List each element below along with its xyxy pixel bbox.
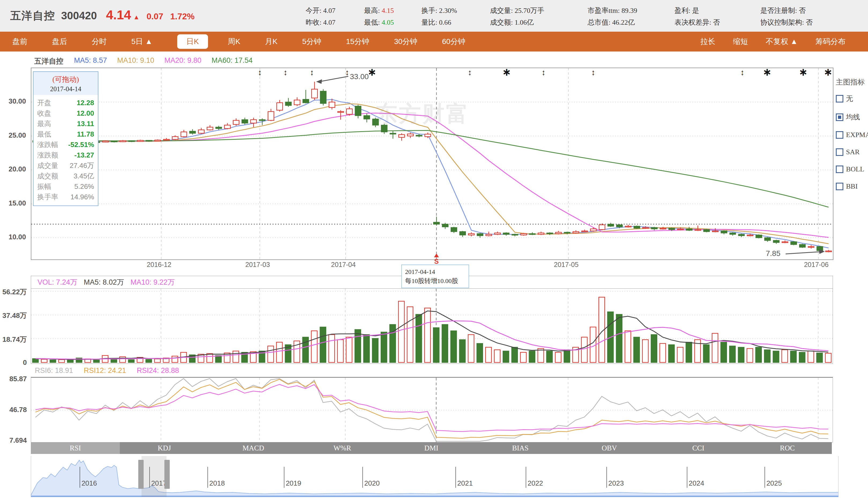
- checkbox-checked-mark: [838, 115, 841, 119]
- timeline-navigator[interactable]: 2016201720182019202020212022202320242025: [31, 456, 839, 497]
- indicator-option-无[interactable]: 无: [836, 94, 868, 103]
- period-tab-盘前[interactable]: 盘前: [12, 36, 27, 47]
- indicator-tab-KDJ[interactable]: KDJ: [120, 442, 209, 454]
- navigator-year-2021: 2021: [457, 479, 473, 487]
- period-tab-盘后[interactable]: 盘后: [52, 36, 67, 47]
- volume-legend-item: MA5: 8.02万: [84, 277, 124, 287]
- toolbar-actions: 拉长缩短不复权 ▲筹码分布: [683, 36, 846, 47]
- period-tab-5分钟[interactable]: 5分钟: [302, 36, 322, 47]
- toolbar-action-筹码分布[interactable]: 筹码分布: [816, 36, 845, 47]
- indicator-option-label: BOLL: [846, 165, 864, 173]
- volume-tick-37.48万: 37.48万: [0, 311, 27, 320]
- checkbox-icon[interactable]: [836, 113, 843, 121]
- main-chart-legend: 五洋自控 MA5: 8.57MA10: 9.10MA20: 9.80MA60: …: [34, 56, 273, 66]
- checkbox-icon[interactable]: [836, 95, 843, 102]
- period-tab-5日 ▲[interactable]: 5日 ▲: [131, 36, 152, 47]
- indicator-option-label: BBI: [846, 182, 857, 191]
- price-change: 0.07: [147, 12, 163, 22]
- sidebar-title: 主图指标: [836, 77, 868, 87]
- indicator-option-BOLL[interactable]: BOLL: [836, 165, 868, 173]
- indicator-tab-ROC[interactable]: ROC: [743, 442, 832, 454]
- volume-pane[interactable]: VOL: 7.24万MA5: 8.02万MA10: 9.22万: [31, 276, 833, 364]
- indicator-tab-BIAS[interactable]: BIAS: [476, 442, 565, 454]
- ma60-line: [36, 130, 829, 207]
- indicator-tab-OBV[interactable]: OBV: [565, 442, 654, 454]
- event-marker-star-icon: ∗: [799, 66, 808, 78]
- indicator-tab-CCI[interactable]: CCI: [654, 442, 743, 454]
- navigator-year-2022: 2022: [528, 479, 543, 487]
- date-tick-2016-12: 2016-12: [147, 261, 171, 269]
- indicator-tab-MACD[interactable]: MACD: [209, 442, 298, 454]
- period-tab-30分钟[interactable]: 30分钟: [394, 36, 417, 47]
- indicator-option-label: SAR: [846, 148, 860, 156]
- period-tab-周K[interactable]: 周K: [228, 36, 240, 47]
- checkbox-icon[interactable]: [836, 131, 843, 139]
- rsi-legend: RSI6: 18.91RSI12: 24.21RSI24: 28.88: [35, 366, 190, 375]
- toolbar-action-拉长[interactable]: 拉长: [701, 36, 716, 47]
- rsi-legend-item: RSI6: 18.91: [35, 366, 73, 375]
- ma-legend-item: MA20: 9.80: [164, 56, 201, 66]
- stock-chart-app: 五洋自控 300420 4.14 ▲ 0.07 1.72% 今开: 4.07昨收…: [0, 0, 868, 499]
- candlestick-plot[interactable]: ↕↕↕↕∗↕∗↕↕↕∗∗∗33.007.85S: [31, 68, 833, 260]
- ma-legend-items: MA5: 8.57MA10: 9.10MA20: 9.80MA60: 17.54: [74, 56, 263, 66]
- date-tick-2017-05: 2017-05: [554, 261, 578, 269]
- stat-成交量: 成交量: 25.70万手: [490, 6, 544, 15]
- indicator-tab-DMI[interactable]: DMI: [387, 442, 476, 454]
- navigator-handle-left[interactable]: [138, 460, 144, 489]
- toolbar-action-不复权 ▲[interactable]: 不复权 ▲: [766, 36, 798, 47]
- stat-是否注册制: 是否注册制: 否: [760, 6, 806, 15]
- tooltip-row-涨跌幅: 涨跌幅-52.51%: [37, 139, 94, 150]
- period-tab-分时[interactable]: 分时: [92, 36, 107, 47]
- rsi-tick-85.87: 85.87: [0, 375, 27, 383]
- date-tick-2017-06: 2017-06: [804, 261, 829, 269]
- drag-hint: (可拖动): [34, 75, 98, 84]
- rsi-pane[interactable]: [31, 377, 833, 442]
- period-tab-60分钟[interactable]: 60分钟: [442, 36, 465, 47]
- indicator-tab-W%R[interactable]: W%R: [298, 442, 387, 454]
- checkbox-icon[interactable]: [836, 166, 843, 173]
- tooltip-row-成交额: 成交额3.45亿: [37, 171, 94, 181]
- period-tab-15分钟[interactable]: 15分钟: [346, 36, 369, 47]
- indicator-option-SAR[interactable]: SAR: [836, 148, 868, 156]
- period-tab-月K[interactable]: 月K: [265, 36, 277, 47]
- price-tick-10.00: 10.00: [1, 233, 26, 241]
- checkbox-icon[interactable]: [836, 183, 843, 190]
- indicator-tab-RSI[interactable]: RSI: [31, 442, 120, 454]
- svg-text:S: S: [434, 257, 439, 265]
- navigator-selection[interactable]: [141, 456, 166, 497]
- checkbox-icon[interactable]: [836, 148, 843, 156]
- toolbar-action-缩短[interactable]: 缩短: [733, 36, 748, 47]
- ohlc-tooltip-header[interactable]: (可拖动) 2017-04-14: [34, 72, 98, 95]
- navigator-handle-right[interactable]: [164, 460, 170, 489]
- peak-price-annotation: 33.00: [350, 72, 368, 81]
- stock-code: 300420: [61, 10, 97, 22]
- period-toolbar: 盘前盘后分时5日 ▲日K周K月K5分钟15分钟30分钟60分钟 拉长缩短不复权 …: [0, 32, 868, 51]
- period-tab-日K[interactable]: 日K: [177, 34, 208, 49]
- indicator-option-均线[interactable]: 均线: [836, 112, 868, 122]
- event-marker-star-icon: ∗: [763, 66, 772, 78]
- tooltip-row-最低: 最低11.78: [37, 129, 94, 139]
- date-tick-2017-03: 2017-03: [245, 261, 270, 269]
- ma-legend-item: MA10: 9.10: [117, 56, 154, 66]
- stat-协议控制架构: 协议控制架构: 否: [760, 18, 813, 27]
- tooltip-row-涨跌额: 涨跌额-13.27: [37, 150, 94, 160]
- ohlc-tooltip[interactable]: (可拖动) 2017-04-14 开盘12.28收盘12.00最高13.11最低…: [33, 71, 98, 206]
- legend-stock-name: 五洋自控: [34, 56, 63, 66]
- indicator-option-EXPMA[interactable]: EXPMA: [836, 131, 868, 139]
- event-marker-arrow-icon: ↕: [740, 68, 744, 77]
- stat-昨收: 昨收: 4.07: [305, 18, 335, 27]
- stat-市盈率ttm: 市盈率ttm: 89.39: [588, 6, 637, 15]
- ma-legend-item: MA5: 8.57: [74, 56, 107, 66]
- price-change-pct: 1.72%: [170, 12, 194, 22]
- header: 五洋自控 300420 4.14 ▲ 0.07 1.72% 今开: 4.07昨收…: [0, 0, 868, 32]
- navigator-year-2023: 2023: [608, 479, 624, 487]
- stock-title: 五洋自控 300420 4.14 ▲ 0.07 1.72%: [10, 8, 194, 23]
- rsi-legend-item: RSI24: 28.88: [137, 366, 179, 375]
- indicator-option-BBI[interactable]: BBI: [836, 182, 868, 191]
- last-price: 4.14: [106, 8, 131, 22]
- tooltip-row-最高: 最高13.11: [37, 119, 94, 129]
- navigator-year-2018: 2018: [209, 479, 225, 487]
- event-tooltip[interactable]: 2017-04-14 每10股转增10.00股: [401, 265, 469, 288]
- event-marker-arrow-icon: ↕: [284, 68, 287, 77]
- up-arrow-icon: ▲: [133, 13, 140, 21]
